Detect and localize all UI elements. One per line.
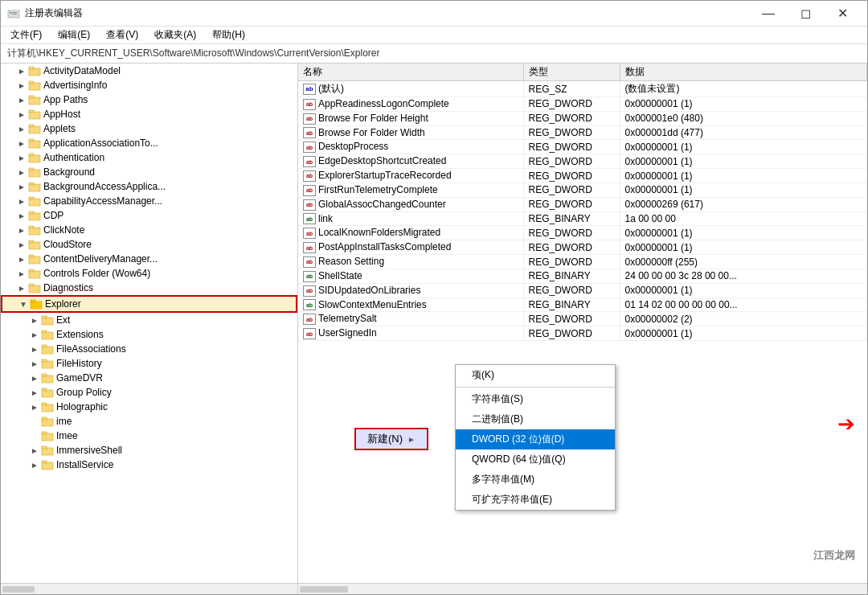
table-row[interactable]: abReason SettingREG_DWORD0x000000ff (255…: [298, 255, 867, 269]
tree-item-bgaccess[interactable]: ► BackgroundAccessApplica...: [1, 179, 297, 194]
menu-file[interactable]: 文件(F): [4, 27, 48, 43]
reg-name-cell: abSlowContextMenuEntries: [298, 298, 523, 312]
tree-item-clicknote[interactable]: ► ClickNote: [1, 223, 297, 237]
tree-item-controlsfolder[interactable]: ► Controls Folder (Wow64): [1, 266, 297, 281]
tree-item-authentication[interactable]: ► Authentication: [1, 150, 297, 165]
tree-arrow: ►: [28, 371, 41, 384]
tree-label: InstallService: [56, 459, 113, 470]
tree-arrow: ►: [15, 122, 28, 135]
tree-item-apppaths[interactable]: ► App Paths: [1, 92, 297, 107]
table-row[interactable]: abUserSignedInREG_DWORD0x00000001 (1): [298, 326, 867, 341]
tree-item-ime[interactable]: ► ime: [1, 414, 297, 429]
tree-item-holographic[interactable]: ► Holographic: [1, 400, 297, 414]
tree-item-contentdelivery[interactable]: ► ContentDeliveryManager...: [1, 252, 297, 266]
tree-item-explorer[interactable]: ▼ Explorer: [1, 295, 297, 313]
table-row[interactable]: abBrowse For Folder HeightREG_DWORD0x000…: [298, 111, 867, 125]
table-row[interactable]: ablinkREG_BINARY1a 00 00 00: [298, 211, 867, 226]
svg-rect-26: [29, 228, 40, 235]
tree-item-extensions[interactable]: ► Extensions: [1, 327, 297, 342]
registry-table[interactable]: 名称 类型 数据 ab(默认)REG_SZ(数值未设置)abAppReadine…: [298, 64, 867, 583]
reg-type-cell: REG_DWORD: [523, 125, 620, 140]
svg-rect-53: [42, 417, 47, 420]
folder-icon: [41, 458, 54, 471]
svg-rect-43: [42, 345, 47, 347]
minimize-button[interactable]: —: [750, 1, 787, 27]
reg-data-cell: 0x00000001 (1): [620, 169, 867, 183]
svg-rect-59: [42, 461, 47, 463]
tree-item-advertisinginfo[interactable]: ► AdvertisingInfo: [1, 78, 297, 92]
folder-icon: [28, 267, 41, 280]
tree-label: AdvertisingInfo: [43, 80, 107, 91]
reg-data-cell: 24 00 00 00 3c 28 00 00...: [620, 269, 867, 283]
table-row[interactable]: abTelemetrySaltREG_DWORD0x00000002 (2): [298, 312, 867, 326]
svg-rect-6: [29, 83, 40, 90]
tree-arrow: ►: [15, 238, 28, 251]
reg-name-cell: ab(默认): [298, 81, 523, 97]
svg-rect-28: [29, 242, 40, 249]
tree-item-grouppolicy[interactable]: ► Group Policy: [1, 385, 297, 400]
tree-hscroll[interactable]: [1, 584, 298, 594]
svg-rect-52: [42, 419, 53, 426]
menu-edit[interactable]: 编辑(E): [51, 27, 96, 43]
close-button[interactable]: ✕: [824, 1, 861, 27]
folder-icon: [28, 281, 41, 294]
svg-rect-31: [29, 255, 34, 257]
folder-icon: [41, 314, 54, 326]
tree-label: Imee: [56, 430, 78, 441]
tree-item-filehistory[interactable]: ► FileHistory: [1, 356, 297, 371]
tree-panel[interactable]: ► ActivityDataModel ► AdvertisingInfo ► …: [1, 64, 298, 583]
tree-item-background[interactable]: ► Background: [1, 165, 297, 179]
tree-label: ImmersiveShell: [56, 445, 122, 456]
menu-view[interactable]: 查看(V): [100, 27, 145, 43]
table-row[interactable]: abSIDUpdatedOnLibrariesREG_DWORD0x000000…: [298, 283, 867, 298]
tree-label: Extensions: [56, 329, 104, 340]
table-row[interactable]: abAppReadinessLogonCompleteREG_DWORD0x00…: [298, 97, 867, 112]
tree-item-applets[interactable]: ► Applets: [1, 121, 297, 136]
tree-item-immersiveshell[interactable]: ► ImmersiveShell: [1, 443, 297, 458]
tree-item-activitydatamodel[interactable]: ► ActivityDataModel: [1, 64, 297, 78]
reg-name-cell: abAppReadinessLogonComplete: [298, 97, 523, 112]
folder-icon: [28, 238, 41, 251]
table-row[interactable]: abExplorerStartupTraceRecordedREG_DWORD0…: [298, 169, 867, 183]
folder-icon: [28, 93, 41, 106]
table-row[interactable]: ab(默认)REG_SZ(数值未设置): [298, 81, 867, 97]
tree-item-cloudstore[interactable]: ► CloudStore: [1, 237, 297, 252]
tree-item-imee[interactable]: ► Imee: [1, 429, 297, 443]
table-row[interactable]: abShellStateREG_BINARY24 00 00 00 3c 28 …: [298, 269, 867, 283]
table-row[interactable]: abPostAppInstallTasksCompletedREG_DWORD0…: [298, 240, 867, 255]
table-row[interactable]: abEdgeDesktopShortcutCreatedREG_DWORD0x0…: [298, 154, 867, 169]
main-content: ► ActivityDataModel ► AdvertisingInfo ► …: [1, 64, 867, 583]
reg-data-cell: 0x00000001 (1): [620, 283, 867, 298]
menu-favorites[interactable]: 收藏夹(A): [148, 27, 203, 43]
maximize-button[interactable]: ◻: [787, 1, 824, 27]
tree-arrow: ►: [15, 209, 28, 222]
svg-rect-24: [29, 213, 40, 220]
table-row[interactable]: abGlobalAssocChangedCounterREG_DWORD0x00…: [298, 197, 867, 211]
tree-item-installservice[interactable]: ► InstallService: [1, 458, 297, 472]
svg-rect-2: [12, 12, 17, 13]
tree-item-capabilitymgr[interactable]: ► CapabilityAccessManager...: [1, 194, 297, 208]
tree-item-appassoc[interactable]: ► ApplicationAssociationTo...: [1, 136, 297, 150]
svg-rect-47: [42, 374, 47, 376]
folder-icon: [28, 108, 41, 121]
tree-item-apphost[interactable]: ► AppHost: [1, 107, 297, 121]
tree-item-ext[interactable]: ► Ext: [1, 313, 297, 327]
tree-item-diagnostics[interactable]: ► Diagnostics: [1, 281, 297, 295]
menu-help[interactable]: 帮助(H): [206, 27, 252, 43]
col-data: 数据: [620, 64, 867, 81]
tree-item-gamedvr[interactable]: ► GameDVR: [1, 371, 297, 385]
reg-type-cell: REG_DWORD: [523, 255, 620, 269]
table-row[interactable]: abLocalKnownFoldersMigratedREG_DWORD0x00…: [298, 226, 867, 240]
tree-label: FileAssociations: [56, 343, 126, 355]
table-row[interactable]: abFirstRunTelemetryCompleteREG_DWORD0x00…: [298, 183, 867, 197]
tree-item-cdp[interactable]: ► CDP: [1, 208, 297, 223]
tree-item-fileassoc[interactable]: ► FileAssociations: [1, 342, 297, 356]
table-row[interactable]: abBrowse For Folder WidthREG_DWORD0x0000…: [298, 125, 867, 140]
tree-label: BackgroundAccessApplica...: [43, 181, 166, 192]
svg-rect-40: [42, 332, 53, 339]
table-row[interactable]: abDesktopProcessREG_DWORD0x00000001 (1): [298, 140, 867, 154]
folder-icon: [28, 252, 41, 265]
reg-hscroll[interactable]: [298, 584, 867, 594]
table-row[interactable]: abSlowContextMenuEntriesREG_BINARY01 14 …: [298, 298, 867, 312]
reg-type-cell: REG_DWORD: [523, 183, 620, 197]
